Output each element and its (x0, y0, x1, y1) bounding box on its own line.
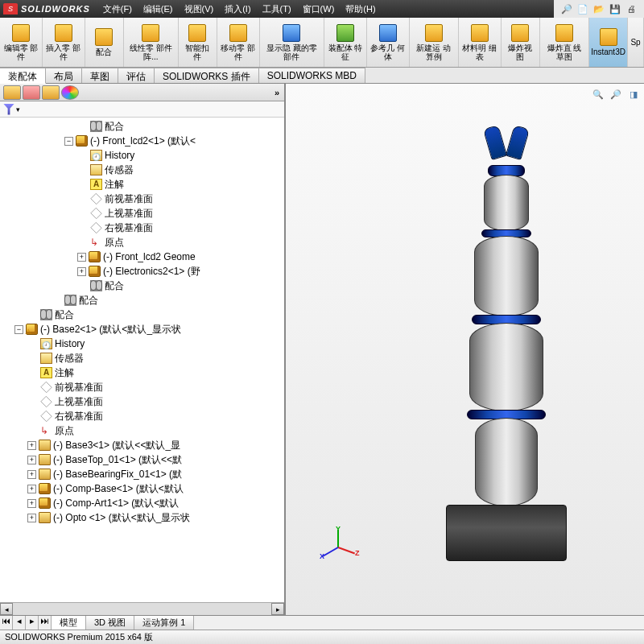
tree-node-sensors[interactable]: 传感器 (0, 163, 284, 177)
tree-label: 配合 (55, 308, 74, 322)
tree-node-front-lcd2-geom[interactable]: +(-) Front_lcd2 Geome (0, 250, 284, 264)
tree-node-base2[interactable]: −(-) Base2<1> (默认<默认_显示状 (0, 322, 284, 336)
expand-icon[interactable]: + (77, 267, 86, 276)
tree-node-mate[interactable]: 配合 (0, 293, 284, 308)
ribbon-asm-feature[interactable]: 装配体 特征 (324, 18, 367, 67)
tree-node-mate[interactable]: 配合 (0, 308, 284, 322)
tree-tab-feature-icon[interactable] (3, 85, 21, 100)
tree-node-top-plane[interactable]: 上视基准面 (0, 394, 284, 409)
ribbon-new-motion[interactable]: 新建运 动算例 (410, 18, 459, 67)
tab-addins[interactable]: SOLIDWORKS 插件 (155, 68, 259, 83)
view-orient-icon[interactable]: ◨ (626, 87, 641, 101)
graphics-viewport[interactable]: 🔍 🔎 ◨ Y Z X (286, 84, 644, 615)
tree-node-annotations[interactable]: A注解 (0, 177, 284, 192)
tree-node-right-plane[interactable]: 右视基准面 (0, 409, 284, 423)
tree-node-mate[interactable]: 配合 (0, 119, 284, 134)
tab-sketch[interactable]: 草图 (82, 68, 118, 83)
menu-edit[interactable]: 编辑(E) (143, 3, 173, 15)
tree-node-history[interactable]: History (0, 336, 284, 351)
tab-prev-icon[interactable]: ◂ (13, 616, 26, 630)
scroll-left-icon[interactable]: ◂ (0, 603, 13, 615)
tree-tab-config-icon[interactable] (42, 85, 60, 100)
ribbon-sp[interactable]: Sp (628, 18, 644, 67)
feature-tree[interactable]: 配合 −(-) Front_lcd2<1> (默认< History 传感器 A… (0, 118, 284, 602)
tree-node-history[interactable]: History (0, 148, 284, 163)
expand-icon[interactable]: + (27, 441, 36, 450)
tree-node-origin[interactable]: 原点 (0, 423, 284, 438)
save-icon[interactable]: 💾 (607, 4, 623, 14)
tab-assembly[interactable]: 装配体 (0, 68, 46, 84)
ribbon-explode-line[interactable]: 爆炸直 线草图 (540, 18, 589, 67)
scroll-track[interactable] (13, 603, 271, 615)
collapse-icon[interactable]: − (14, 325, 23, 334)
tab-mbd[interactable]: SOLIDWORKS MBD (259, 68, 365, 83)
ribbon-move-part[interactable]: 移动零 部件 (217, 18, 260, 67)
tab-next-icon[interactable]: ▸ (26, 616, 39, 630)
ribbon-linear-pattern[interactable]: 线性零 部件阵... (124, 18, 179, 67)
tree-node-opto[interactable]: +(-) Opto <1> (默认<默认_显示状 (0, 510, 284, 525)
tree-hscrollbar[interactable]: ◂ ▸ (0, 602, 284, 615)
ribbon-edit-part[interactable]: 编辑零 部件 (0, 18, 43, 67)
tab-evaluate[interactable]: 评估 (118, 68, 155, 83)
tree-node-basetop[interactable]: +(-) BaseTop_01<1> (默认<<默 (0, 452, 284, 467)
bottom-tab-motion[interactable]: 运动算例 1 (134, 616, 194, 630)
expand-icon[interactable]: + (27, 470, 36, 479)
menu-window[interactable]: 窗口(W) (303, 3, 335, 15)
tab-last-icon[interactable]: ⏭ (39, 616, 52, 630)
scroll-right-icon[interactable]: ▸ (271, 603, 284, 615)
bottom-tabs: ⏮ ◂ ▸ ⏭ 模型 3D 视图 运动算例 1 (0, 615, 644, 630)
filter-icon[interactable] (3, 104, 14, 115)
collapse-icon[interactable]: − (64, 137, 73, 146)
search-icon[interactable]: 🔎 (559, 4, 575, 14)
tree-tab-property-icon[interactable] (23, 85, 40, 100)
tree-node-basebearing[interactable]: +(-) BaseBearingFix_01<1> (默 (0, 467, 284, 481)
menu-view[interactable]: 视图(V) (184, 3, 214, 15)
ribbon-exploded[interactable]: 爆炸视 图 (502, 18, 540, 67)
tree-node-right-plane[interactable]: 右视基准面 (0, 221, 284, 235)
tree-label: (-) Front_lcd2<1> (默认< (90, 134, 196, 148)
menu-file[interactable]: 文件(F) (103, 3, 132, 15)
new-icon[interactable]: 📄 (575, 4, 591, 14)
ribbon-instant3d[interactable]: Instant3D (589, 18, 628, 67)
expand-icon[interactable]: + (27, 514, 36, 522)
print-icon[interactable]: 🖨 (623, 4, 639, 14)
tree-node-front-plane[interactable]: 前视基准面 (0, 380, 284, 394)
tree-node-front-plane[interactable]: 前视基准面 (0, 192, 284, 206)
bottom-tab-model[interactable]: 模型 (52, 616, 86, 630)
ribbon-smart-fastener[interactable]: 智能扣 件 (179, 18, 217, 67)
expand-icon[interactable]: + (27, 485, 36, 493)
tree-node-base3[interactable]: +(-) Base3<1> (默认<<默认_显 (0, 438, 284, 452)
ribbon-mate[interactable]: 配合 (85, 18, 124, 67)
zoom-fit-icon[interactable]: 🔍 (591, 87, 605, 101)
tree-node-front-lcd2[interactable]: −(-) Front_lcd2<1> (默认< (0, 134, 284, 148)
tree-label: (-) BaseTop_01<1> (默认<<默 (53, 452, 182, 467)
tree-node-compart[interactable]: +(-) Comp-Art1<1> (默认<默认 (0, 496, 284, 510)
ribbon-bom[interactable]: 材料明 细表 (459, 18, 502, 67)
tree-expand-button[interactable]: » (275, 88, 279, 97)
ribbon-show-hidden[interactable]: 显示隐 藏的零 部件 (260, 18, 324, 67)
tree-node-origin[interactable]: 原点 (0, 235, 284, 250)
menu-insert[interactable]: 插入(I) (225, 3, 250, 15)
menu-help[interactable]: 帮助(H) (345, 3, 375, 15)
ribbon-ref-geom[interactable]: 参考几 何体 (367, 18, 410, 67)
tree-node-sensors[interactable]: 传感器 (0, 351, 284, 365)
expand-icon[interactable]: + (77, 253, 86, 262)
filter-dropdown-icon[interactable]: ▾ (16, 105, 20, 114)
bottom-tab-3dview[interactable]: 3D 视图 (86, 616, 134, 630)
tab-first-icon[interactable]: ⏮ (0, 616, 13, 630)
ribbon-exploded-label: 爆炸视 图 (505, 43, 536, 61)
expand-icon[interactable]: + (27, 499, 36, 508)
robot-arm-model (438, 126, 575, 561)
open-icon[interactable]: 📂 (591, 4, 607, 14)
tab-layout[interactable]: 布局 (46, 68, 82, 83)
tree-node-annotations[interactable]: A注解 (0, 365, 284, 380)
tree-node-top-plane[interactable]: 上视基准面 (0, 206, 284, 221)
zoom-area-icon[interactable]: 🔎 (609, 87, 623, 101)
ribbon-insert-part[interactable]: 插入零 部件 (43, 18, 85, 67)
tree-node-mate[interactable]: 配合 (0, 279, 284, 293)
expand-icon[interactable]: + (27, 456, 36, 464)
tree-node-electronics2[interactable]: +(-) Electronics2<1> (野 (0, 264, 284, 279)
menu-tools[interactable]: 工具(T) (262, 3, 291, 15)
tree-node-compbase[interactable]: +(-) Comp-Base<1> (默认<默认 (0, 481, 284, 496)
tree-tab-appearance-icon[interactable] (61, 85, 79, 100)
